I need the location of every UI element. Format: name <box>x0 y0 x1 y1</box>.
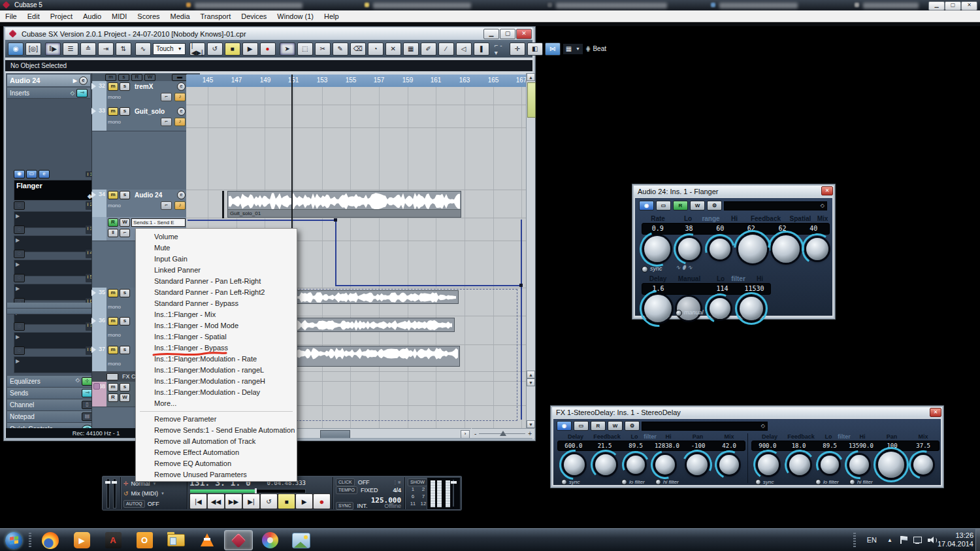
click-button[interactable]: CLICK <box>336 478 355 486</box>
mix-knob[interactable] <box>806 238 828 260</box>
menu-item-input-gain[interactable]: Input Gain <box>136 254 297 265</box>
app-minimize-button[interactable]: ▁ <box>928 1 945 10</box>
track33-solo-button[interactable]: s <box>120 107 130 116</box>
grid-display[interactable]: ▦▼ <box>563 43 583 55</box>
track33-lock-icon[interactable]: ⌐ <box>161 118 172 126</box>
snap-button[interactable]: ⇅ <box>116 42 131 56</box>
taskbar-vlc[interactable] <box>193 530 221 550</box>
menu-item-remove-send-enable[interactable]: Remove Sends:1 - Send Enable Automation <box>136 425 297 436</box>
r-lo-filter-led[interactable]: lo filter <box>815 479 839 485</box>
taskbar-cubase[interactable] <box>224 530 253 550</box>
menu-item-flanger-spatial[interactable]: Ins.:1:Flanger - Spatial <box>136 331 297 342</box>
crosshair-button[interactable]: ✛ <box>510 42 525 56</box>
r-hi-filter-led[interactable]: hi filter <box>849 479 873 485</box>
project-minimize-button[interactable]: ▁ <box>483 29 499 39</box>
l-hi-filter-led[interactable]: hi filter <box>655 479 679 485</box>
menu-devices[interactable]: Devices <box>236 12 272 20</box>
split-tool[interactable]: ✂ <box>315 42 331 56</box>
automation-lane-handle[interactable] <box>92 217 106 241</box>
zoom-slider-handle[interactable] <box>500 431 506 436</box>
blurred-tab[interactable] <box>195 3 302 8</box>
input-fader-cap[interactable] <box>105 481 110 484</box>
track35-mute-button[interactable]: m <box>108 289 118 297</box>
track34-mute-button[interactable]: m <box>108 191 118 199</box>
project-window-titlebar[interactable]: Cubase SX Version 2.0.1 Project - 24-07-… <box>5 27 532 40</box>
track33-musical-mode-icon[interactable]: ♪ <box>174 118 186 126</box>
track36-mute-button[interactable]: m <box>108 317 118 326</box>
track32-mute-button[interactable]: m <box>108 82 118 91</box>
goto-end-button[interactable]: ▶| <box>242 493 260 509</box>
zoom-out-button[interactable]: - <box>474 430 476 437</box>
app-maximize-button[interactable]: ▢ <box>945 1 961 10</box>
show-overview-button[interactable]: ≙ <box>80 42 96 56</box>
manual-led[interactable]: manual <box>676 309 704 316</box>
play-transport-button[interactable]: ▶ <box>295 493 313 509</box>
taskbar-clock[interactable]: 13:26 17.04.2014 <box>938 531 973 548</box>
waveform-shape-switch[interactable]: ∿ ⬮ ∿ <box>676 264 693 271</box>
flanger-plugin-window[interactable]: Audio 24: Ins. 1 - Flanger ✕ ◉ ▭ R W ⚙ ◇… <box>632 184 836 320</box>
scroll-up-button[interactable]: ▲ <box>527 73 535 81</box>
inspector-section-channel[interactable]: Channel ▯ <box>7 399 95 411</box>
r-delay-knob[interactable] <box>758 454 779 475</box>
track34-musical-mode-icon[interactable]: ♪ <box>174 201 186 210</box>
menu-scores[interactable]: Scores <box>132 12 165 20</box>
menu-item-flanger-mix[interactable]: Ins.:1:Flanger - Mix <box>136 309 297 320</box>
insert3-power-button[interactable]: ◌ <box>14 225 25 234</box>
zoom-in-button[interactable]: + <box>528 430 532 437</box>
show-infoline-button[interactable]: ☰ <box>63 42 78 56</box>
insert8-power-button[interactable]: ◌ <box>14 346 25 355</box>
insert-slot-2[interactable]: ◌i 2▶ <box>14 201 95 228</box>
track32-lock-icon[interactable]: ⌐ <box>161 93 172 101</box>
l-lo-knob[interactable] <box>627 456 645 474</box>
insert1-edit-button[interactable]: e <box>39 170 50 178</box>
language-indicator[interactable]: EN <box>867 536 877 544</box>
menu-item-mod-rangel[interactable]: Ins.:1:Flanger:Modulation - rangeL <box>136 365 297 376</box>
flanger-read-button[interactable]: R <box>673 201 688 210</box>
network-icon[interactable] <box>913 537 923 544</box>
track38-mute-button[interactable]: m <box>108 383 118 392</box>
taskbar-media-player[interactable]: ▶ <box>67 530 96 550</box>
color-tool[interactable]: ❚ <box>474 42 489 56</box>
menu-window[interactable]: Window (1) <box>272 12 319 20</box>
cycle-transport-button[interactable]: ↺ <box>260 493 278 509</box>
taskbar-outlook[interactable]: O <box>130 530 159 550</box>
time-signature-value[interactable]: 4/4 <box>393 487 401 493</box>
draw-tool[interactable]: ✐ <box>421 42 436 56</box>
vertical-scroll-thumb[interactable] <box>527 82 536 118</box>
playhead-ruler-handle[interactable] <box>291 75 293 87</box>
object-selection-tool[interactable]: ➤ <box>280 42 295 56</box>
taskbar-firefox[interactable] <box>36 530 65 550</box>
inserts-bypass-button[interactable]: ⊸ <box>76 89 88 97</box>
blurred-tab[interactable] <box>556 3 667 8</box>
menu-edit[interactable]: Edit <box>22 12 45 20</box>
app-close-button[interactable]: ✕ <box>961 1 977 10</box>
lower-pane-down-button[interactable]: ▼ <box>527 378 535 386</box>
line-tool[interactable]: ∕ <box>438 42 454 56</box>
menu-midi[interactable]: MIDI <box>106 12 132 20</box>
track33-edit-button[interactable]: e <box>177 107 186 116</box>
tray-expand-icon[interactable]: ▲ <box>887 537 892 543</box>
autoscroll-follow-button[interactable]: ⋈ <box>545 42 561 56</box>
r-pan-knob[interactable] <box>878 452 904 478</box>
blurred-tab[interactable] <box>719 3 798 8</box>
start-button[interactable] <box>1 530 26 550</box>
global-solo-button[interactable]: s <box>118 74 129 81</box>
l-lo-filter-led[interactable]: lo filter <box>621 479 645 485</box>
flanger-write-button[interactable]: W <box>690 201 705 210</box>
track32-edit-button[interactable]: e <box>177 82 186 91</box>
stop-button[interactable]: ■ <box>225 42 240 56</box>
track-row-33[interactable]: 33 msGuit_soloe mono⌐♪ <box>92 106 187 131</box>
rewind-button[interactable]: ◀◀ <box>207 493 225 509</box>
stereodelay-bypass-button[interactable]: ▭ <box>574 421 589 431</box>
track37-mute-button[interactable]: m <box>108 346 118 354</box>
inspector-section-equalizers[interactable]: Equalizers ◇⊹ <box>7 376 95 388</box>
record-button[interactable]: ● <box>260 42 276 56</box>
feedback-knob[interactable] <box>738 235 767 263</box>
menu-item-mod-rate[interactable]: Ins.:1:Flanger:Modulation - Rate <box>136 354 297 365</box>
track38-read-button[interactable]: R <box>108 393 118 402</box>
inspector-track-header[interactable]: Audio 24 ▶e <box>7 75 90 86</box>
track-scale-button[interactable]: ▬ <box>172 74 188 81</box>
hi-knob[interactable] <box>710 239 730 259</box>
timewarp-tool[interactable]: ▦ <box>403 42 419 56</box>
stereodelay-read-button[interactable]: R <box>591 421 606 431</box>
